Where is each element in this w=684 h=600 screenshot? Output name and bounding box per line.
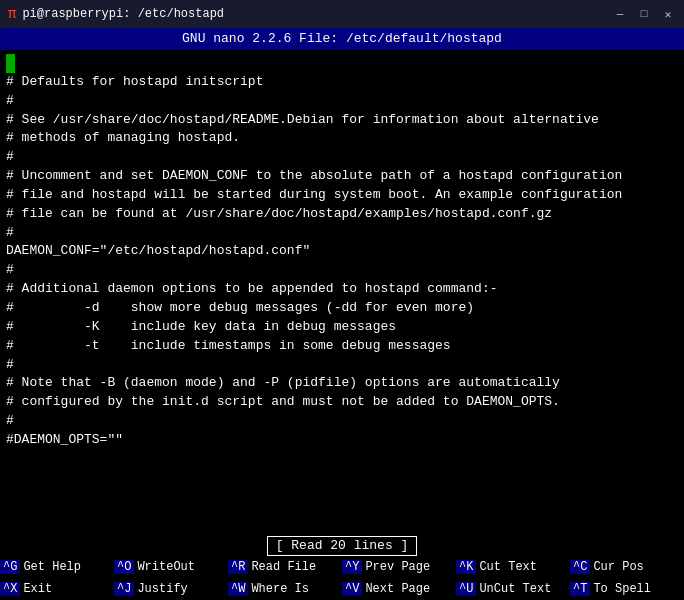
editor-line: # Uncomment and set DAEMON_CONF to the a…	[6, 167, 678, 186]
shortcut-item[interactable]: ^UUnCut Text	[456, 578, 570, 600]
minimize-button[interactable]: —	[612, 6, 628, 22]
shortcut-label: Cur Pos	[590, 560, 646, 574]
shortcut-item[interactable]: ^OWriteOut	[114, 556, 228, 578]
status-message: [ Read 20 lines ]	[267, 536, 418, 556]
title-bar-left: π pi@raspberrypi: /etc/hostapd	[8, 6, 224, 22]
shortcut-key: ^Y	[342, 560, 362, 574]
shortcut-key: ^G	[0, 560, 20, 574]
shortcut-label: To Spell	[590, 582, 654, 596]
shortcut-key: ^T	[570, 582, 590, 596]
editor-area[interactable]: # Defaults for hostapd initscript## See …	[0, 50, 684, 534]
shortcut-key: ^K	[456, 560, 476, 574]
shortcut-key: ^C	[570, 560, 590, 574]
window: π pi@raspberrypi: /etc/hostapd — □ ✕ GNU…	[0, 0, 684, 600]
shortcut-item[interactable]: ^JJustify	[114, 578, 228, 600]
shortcut-item[interactable]: ^RRead File	[228, 556, 342, 578]
shortcut-label: Exit	[20, 582, 55, 596]
cursor	[6, 54, 15, 73]
shortcut-label: Prev Page	[362, 560, 433, 574]
title-bar: π pi@raspberrypi: /etc/hostapd — □ ✕	[0, 0, 684, 28]
editor-line: # See /usr/share/doc/hostapd/README.Debi…	[6, 111, 678, 130]
shortcut-label: UnCut Text	[476, 582, 554, 596]
shortcut-label: Next Page	[362, 582, 433, 596]
title-bar-title: pi@raspberrypi: /etc/hostapd	[22, 7, 224, 21]
editor-line: #	[6, 412, 678, 431]
editor-line: #	[6, 356, 678, 375]
editor-line: # -K include key data in debug messages	[6, 318, 678, 337]
shortcut-item[interactable]: ^TTo Spell	[570, 578, 684, 600]
shortcut-item[interactable]: ^VNext Page	[342, 578, 456, 600]
shortcut-key: ^V	[342, 582, 362, 596]
editor-line: #	[6, 224, 678, 243]
editor-line: # Note that -B (daemon mode) and -P (pid…	[6, 374, 678, 393]
editor-line: # methods of managing hostapd.	[6, 129, 678, 148]
editor-line: #	[6, 261, 678, 280]
shortcut-item[interactable]: ^WWhere Is	[228, 578, 342, 600]
shortcuts-row-1: ^GGet Help^OWriteOut^RRead File^YPrev Pa…	[0, 556, 684, 578]
close-button[interactable]: ✕	[660, 6, 676, 22]
nano-header: GNU nano 2.2.6 File: /etc/default/hostap…	[0, 28, 684, 50]
editor-line: #DAEMON_OPTS=""	[6, 431, 678, 450]
nano-header-text: GNU nano 2.2.6 File: /etc/default/hostap…	[182, 31, 502, 46]
editor-line: #	[6, 148, 678, 167]
shortcut-label: WriteOut	[134, 560, 198, 574]
shortcut-label: Cut Text	[476, 560, 540, 574]
shortcut-label: Read File	[248, 560, 319, 574]
editor-line: DAEMON_CONF="/etc/hostapd/hostapd.conf"	[6, 242, 678, 261]
title-bar-controls: — □ ✕	[612, 6, 676, 22]
editor-line: # configured by the init.d script and mu…	[6, 393, 678, 412]
shortcuts-bar: ^GGet Help^OWriteOut^RRead File^YPrev Pa…	[0, 556, 684, 600]
status-bar: [ Read 20 lines ]	[0, 534, 684, 556]
shortcut-key: ^J	[114, 582, 134, 596]
shortcut-key: ^X	[0, 582, 20, 596]
editor-line: # Additional daemon options to be append…	[6, 280, 678, 299]
shortcut-item[interactable]: ^GGet Help	[0, 556, 114, 578]
editor-line: # file and hostapd will be started durin…	[6, 186, 678, 205]
editor-line: # -t include timestamps in some debug me…	[6, 337, 678, 356]
maximize-button[interactable]: □	[636, 6, 652, 22]
shortcut-item[interactable]: ^XExit	[0, 578, 114, 600]
shortcut-label: Get Help	[20, 560, 84, 574]
shortcut-item[interactable]: ^YPrev Page	[342, 556, 456, 578]
pi-icon: π	[8, 6, 16, 22]
editor-line: # Defaults for hostapd initscript	[6, 73, 678, 92]
shortcuts-row-2: ^XExit^JJustify^WWhere Is^VNext Page^UUn…	[0, 578, 684, 600]
editor-line: # file can be found at /usr/share/doc/ho…	[6, 205, 678, 224]
shortcut-label: Where Is	[248, 582, 312, 596]
shortcut-item[interactable]: ^CCur Pos	[570, 556, 684, 578]
shortcut-key: ^W	[228, 582, 248, 596]
editor-line	[6, 54, 678, 73]
editor-line: #	[6, 92, 678, 111]
shortcut-key: ^R	[228, 560, 248, 574]
shortcut-item[interactable]: ^KCut Text	[456, 556, 570, 578]
editor-line: # -d show more debug messages (-dd for e…	[6, 299, 678, 318]
shortcut-label: Justify	[134, 582, 190, 596]
shortcut-key: ^O	[114, 560, 134, 574]
shortcut-key: ^U	[456, 582, 476, 596]
